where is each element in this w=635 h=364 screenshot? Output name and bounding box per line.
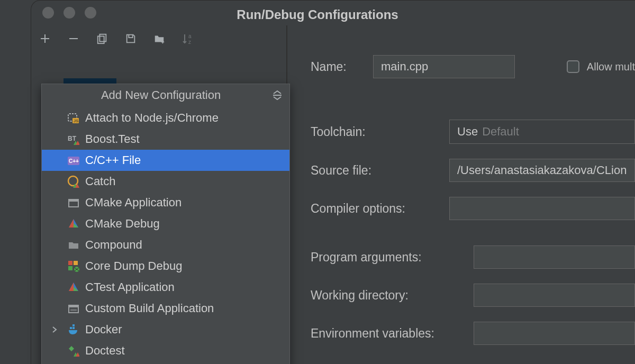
custombld-icon bbox=[67, 302, 80, 315]
popup-item-ctest[interactable]: CTest Application bbox=[42, 277, 289, 298]
save-config-button[interactable] bbox=[124, 32, 138, 46]
window-controls bbox=[0, 7, 96, 19]
allow-multiple-label: Allow mult bbox=[587, 61, 635, 73]
popup-item-nodejs[interactable]: JSAttach to Node.js/Chrome bbox=[42, 107, 289, 129]
popup-item-compound[interactable]: Compound bbox=[42, 234, 289, 256]
window-close-button[interactable] bbox=[42, 7, 54, 19]
svg-marker-19 bbox=[69, 219, 74, 228]
configurations-panel: az Add New Configuration JSAttach to Nod… bbox=[31, 25, 287, 364]
config-form: Name: Allow mult Toolchain: Use Default … bbox=[287, 25, 635, 364]
boosttest-icon: BT bbox=[67, 133, 80, 145]
add-config-button[interactable] bbox=[38, 32, 52, 46]
svg-rect-21 bbox=[68, 261, 72, 265]
toolchain-prefix: Use bbox=[457, 125, 478, 139]
popup-item-cmakeapp[interactable]: CMake Application bbox=[42, 192, 289, 213]
svg-text:a: a bbox=[188, 33, 192, 39]
environment-variables-label: Environment variables: bbox=[311, 326, 459, 341]
svg-text:BT: BT bbox=[68, 135, 77, 142]
popup-item-label: Attach to Node.js/Chrome bbox=[85, 111, 219, 125]
svg-rect-1 bbox=[98, 36, 104, 43]
svg-rect-23 bbox=[68, 266, 72, 270]
nodejs-icon: JS bbox=[67, 112, 80, 124]
toolchain-label: Toolchain: bbox=[311, 125, 434, 139]
program-arguments-label: Program arguments: bbox=[311, 250, 459, 265]
ctest-icon bbox=[67, 281, 80, 294]
copy-config-button[interactable] bbox=[95, 32, 109, 46]
window-minimize-button[interactable] bbox=[64, 7, 75, 19]
program-arguments-input[interactable] bbox=[474, 245, 635, 269]
popup-title: Add New Configuration bbox=[49, 88, 273, 102]
working-directory-label: Working directory: bbox=[311, 288, 459, 303]
svg-rect-30 bbox=[70, 309, 77, 311]
catch-icon bbox=[67, 175, 80, 188]
svg-rect-17 bbox=[69, 199, 78, 202]
source-file-label: Source file: bbox=[311, 163, 434, 178]
doctest-icon bbox=[67, 344, 80, 357]
remove-config-button[interactable] bbox=[67, 32, 80, 46]
popup-item-docker[interactable]: Docker bbox=[42, 319, 289, 340]
folder-config-button[interactable] bbox=[152, 32, 166, 46]
environment-variables-input[interactable] bbox=[474, 322, 635, 345]
svg-text:z: z bbox=[188, 39, 191, 45]
popup-item-gdb[interactable]: Embedded GDB Server bbox=[42, 361, 289, 364]
svg-rect-0 bbox=[99, 34, 106, 42]
name-input[interactable] bbox=[373, 55, 515, 78]
svg-rect-31 bbox=[70, 327, 72, 329]
toolchain-select[interactable]: Use Default bbox=[449, 120, 635, 144]
window-maximize-button[interactable] bbox=[85, 7, 96, 19]
popup-item-coredump[interactable]: Core Dump Debug bbox=[42, 256, 289, 277]
svg-rect-33 bbox=[72, 324, 75, 326]
popup-item-doctest[interactable]: Doctest bbox=[42, 340, 289, 361]
sort-config-button[interactable]: az bbox=[181, 32, 195, 46]
working-directory-input[interactable] bbox=[474, 284, 635, 307]
popup-item-custombld[interactable]: Custom Build Application bbox=[42, 298, 289, 319]
svg-rect-4 bbox=[273, 95, 282, 96]
popup-item-label: Docker bbox=[85, 323, 122, 336]
cpp-icon: C++ bbox=[67, 154, 80, 167]
docker-icon bbox=[67, 323, 80, 336]
popup-item-label: C/C++ File bbox=[85, 153, 141, 167]
popup-item-label: CTest Application bbox=[85, 280, 175, 294]
svg-text:C++: C++ bbox=[69, 158, 79, 164]
popup-header: Add New Configuration bbox=[42, 84, 289, 107]
svg-point-13 bbox=[68, 176, 78, 186]
allow-multiple-checkbox[interactable] bbox=[567, 60, 579, 73]
svg-marker-26 bbox=[69, 283, 74, 291]
popup-item-label: Doctest bbox=[85, 344, 125, 358]
chevron-right-icon bbox=[51, 326, 58, 333]
popup-item-label: Boost.Test bbox=[85, 132, 140, 146]
svg-rect-22 bbox=[74, 261, 78, 265]
svg-marker-34 bbox=[69, 346, 74, 351]
cmakeapp-icon bbox=[67, 196, 80, 209]
popup-item-label: CMake Debug bbox=[85, 217, 160, 231]
cmakedbg-icon bbox=[67, 217, 80, 230]
compiler-options-label: Compiler options: bbox=[311, 202, 434, 216]
popup-item-label: Core Dump Debug bbox=[85, 259, 182, 273]
collapse-all-icon[interactable] bbox=[273, 90, 282, 101]
svg-rect-29 bbox=[69, 305, 78, 307]
name-label: Name: bbox=[311, 60, 358, 74]
source-file-input[interactable] bbox=[449, 159, 635, 182]
popup-item-cpp[interactable]: C++C/C++ File bbox=[42, 150, 289, 171]
svg-rect-32 bbox=[72, 327, 75, 329]
add-new-configuration-popup: Add New Configuration JSAttach to Node.j… bbox=[41, 84, 290, 364]
config-toolbar: az bbox=[31, 25, 286, 52]
titlebar: Run/Debug Configurations bbox=[0, 0, 635, 25]
popup-item-cmakedbg[interactable]: CMake Debug bbox=[42, 213, 289, 234]
popup-item-boosttest[interactable]: BTBoost.Test bbox=[42, 129, 289, 150]
compound-icon bbox=[67, 239, 80, 251]
toolchain-value: Default bbox=[482, 125, 519, 139]
popup-item-label: Custom Build Application bbox=[85, 302, 214, 315]
coredump-icon bbox=[67, 260, 80, 272]
compiler-options-input[interactable] bbox=[449, 197, 635, 220]
popup-list: JSAttach to Node.js/ChromeBTBoost.TestC+… bbox=[42, 107, 289, 364]
popup-item-label: CMake Application bbox=[85, 196, 182, 210]
svg-text:JS: JS bbox=[74, 119, 78, 123]
popup-item-label: Compound bbox=[85, 238, 142, 252]
popup-item-label: Catch bbox=[85, 175, 115, 188]
allow-multiple-instances[interactable]: Allow mult bbox=[567, 60, 635, 73]
popup-item-catch[interactable]: Catch bbox=[42, 171, 289, 192]
